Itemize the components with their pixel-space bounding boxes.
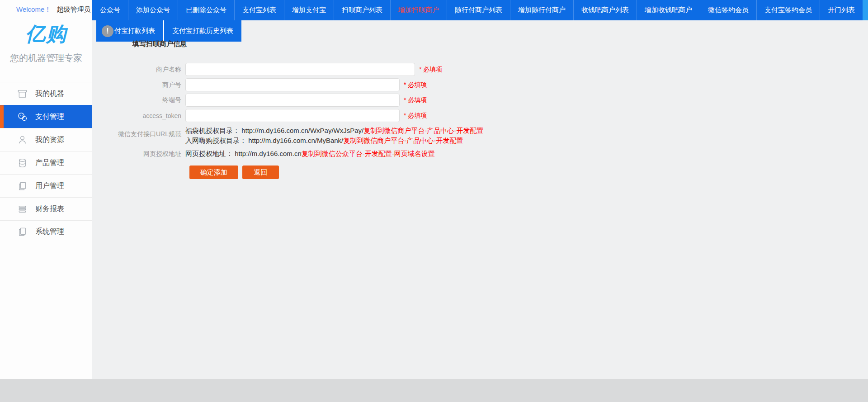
- url-lines: 福袋机授权目录： http://m.dy166.com.cn/WxPay/WxJ…: [185, 126, 483, 145]
- nav-item-add-saobei-merchant[interactable]: 增加扫呗商户: [390, 0, 447, 20]
- sidebar-item-user-management[interactable]: 用户管理: [0, 174, 92, 197]
- sidebar-item-label: 我的机器: [35, 89, 64, 99]
- sidebar-item-label: 系统管理: [35, 227, 64, 236]
- sidebar-item-payment-management[interactable]: 支付管理: [0, 105, 92, 128]
- url-text: 福袋机授权目录： http://m.dy166.com.cn/WxPay/WxJ…: [185, 127, 363, 134]
- form-row-access-token: access_token * 必填项: [92, 109, 868, 122]
- web-auth-label: 网页授权地址: [92, 150, 185, 158]
- merchant-form: 商户名称 * 必填项 商户号 * 必填项 终端号 * 必填项 access_to…: [92, 63, 868, 179]
- required-note: * 必填项: [404, 112, 427, 120]
- nav-item-add-shouqianba-merchant[interactable]: 增加收钱吧商户: [637, 0, 700, 20]
- brand-logo: 亿购: [0, 21, 92, 47]
- required-note: * 必填项: [419, 66, 442, 74]
- alert-badge-icon: !: [102, 25, 113, 37]
- form-row-merchant-name: 商户名称 * 必填项: [92, 63, 868, 76]
- merchant-name-input[interactable]: [185, 63, 415, 76]
- terminal-id-label: 终端号: [92, 96, 185, 104]
- sidebar-item-label: 我的资源: [35, 135, 64, 145]
- access-token-label: access_token: [92, 112, 185, 119]
- nav-item-add-suixingpay-merchant[interactable]: 增加随行付商户: [510, 0, 573, 20]
- user-icon: [17, 180, 28, 191]
- merchant-id-label: 商户号: [92, 81, 185, 89]
- sidebar-item-label: 产品管理: [35, 158, 64, 168]
- machine-icon: [17, 88, 28, 99]
- form-title: 填写扫呗商户信息: [132, 40, 187, 48]
- resource-icon: [17, 134, 28, 145]
- nav-item-suixingpay-merchant-list[interactable]: 随行付商户列表: [447, 0, 510, 20]
- sidebar-item-label: 财务报表: [35, 204, 64, 214]
- nav-item-saobei-merchant-list[interactable]: 扫呗商户列表: [334, 0, 390, 20]
- sidebar-item-label: 支付管理: [35, 112, 64, 122]
- nav-item-alipay-list[interactable]: 支付宝列表: [234, 0, 284, 20]
- payment-icon: [17, 111, 28, 122]
- welcome-text: Welcome！: [16, 5, 51, 13]
- brand-tagline: 您的机器管理专家: [0, 52, 92, 64]
- wechat-url-spec-label: 微信支付接口URL规范: [92, 126, 185, 145]
- product-icon: [17, 157, 28, 168]
- web-auth-row: 网页授权地址 网页授权地址： http://m.dy166.com.cn复制到微…: [92, 150, 868, 158]
- required-note: * 必填项: [404, 81, 427, 89]
- subtab-label: 支付宝打款历史列表: [172, 27, 233, 35]
- username: 超级管理员: [57, 5, 90, 13]
- copy-instruction: 复制到微信公众平台-开发配置-网页域名设置: [302, 150, 435, 158]
- url-text: 入网嗨购授权目录： http://m.dy166.com.cn/MyBank/: [185, 137, 343, 144]
- nav-item-official-accounts[interactable]: 公众号: [92, 0, 128, 20]
- page-bottom-strip: [0, 379, 868, 402]
- nav-item-alipay-signed-members[interactable]: 支付宝签约会员: [756, 0, 820, 20]
- required-note: * 必填项: [404, 96, 427, 104]
- access-token-input[interactable]: [185, 109, 400, 122]
- fudaiji-auth-directory-line: 福袋机授权目录： http://m.dy166.com.cn/WxPay/WxJ…: [185, 126, 483, 136]
- system-icon: [17, 227, 28, 237]
- top-navbar: 公众号 添加公众号 已删除公众号 支付宝列表 增加支付宝 扫呗商户列表 增加扫呗…: [92, 0, 868, 20]
- nav-item-wechat-signed-members[interactable]: 微信签约会员: [700, 0, 756, 20]
- wechat-url-spec-section: 微信支付接口URL规范 福袋机授权目录： http://m.dy166.com.…: [92, 126, 868, 145]
- sidebar-item-finance-reports[interactable]: 财务报表: [0, 197, 92, 220]
- subtab-label: 付宝打款列表: [114, 27, 155, 35]
- welcome-row: Welcome！ 超级管理员 退出: [0, 5, 92, 14]
- app-window: Welcome！ 超级管理员 退出 亿购 您的机器管理专家 我的机器 支付管理: [0, 0, 868, 379]
- sub-tabbar: ! 付宝打款列表 支付宝打款历史列表: [96, 20, 241, 42]
- tab-alipay-transfer-list[interactable]: ! 付宝打款列表: [96, 20, 163, 42]
- form-row-merchant-id: 商户号 * 必填项: [92, 78, 868, 91]
- sidebar-item-system-management[interactable]: 系统管理: [0, 220, 92, 243]
- terminal-id-input[interactable]: [185, 94, 400, 107]
- sidebar-item-my-resources[interactable]: 我的资源: [0, 128, 92, 151]
- sidebar-item-label: 用户管理: [35, 181, 64, 191]
- form-row-terminal-id: 终端号 * 必填项: [92, 94, 868, 107]
- nav-item-add-alipay[interactable]: 增加支付宝: [284, 0, 334, 20]
- web-auth-text: 网页授权地址： http://m.dy166.com.cn: [185, 150, 302, 158]
- back-button[interactable]: 返回: [242, 166, 279, 179]
- nav-item-door-list[interactable]: 开门列表: [820, 0, 863, 20]
- sidebar-menu: 我的机器 支付管理 我的资源 产品管理: [0, 82, 92, 243]
- main-area: 公众号 添加公众号 已删除公众号 支付宝列表 增加支付宝 扫呗商户列表 增加扫呗…: [92, 0, 868, 379]
- confirm-add-button[interactable]: 确定添加: [189, 166, 238, 179]
- sidebar: Welcome！ 超级管理员 退出 亿购 您的机器管理专家 我的机器 支付管理: [0, 0, 92, 379]
- sidebar-item-product-management[interactable]: 产品管理: [0, 151, 92, 174]
- brand: 亿购 您的机器管理专家: [0, 21, 92, 64]
- top-nav-items: 公众号 添加公众号 已删除公众号 支付宝列表 增加支付宝 扫呗商户列表 增加扫呗…: [92, 0, 863, 20]
- nav-item-add-official-account[interactable]: 添加公众号: [128, 0, 178, 20]
- copy-instruction: 复制到微信商户平台-产品中心-开发配置: [363, 127, 483, 134]
- merchant-name-label: 商户名称: [92, 66, 185, 74]
- ruwang-haigou-auth-directory-line: 入网嗨购授权目录： http://m.dy166.com.cn/MyBank/复…: [185, 136, 483, 146]
- button-row: 确定添加 返回: [189, 166, 868, 179]
- merchant-id-input[interactable]: [185, 78, 400, 91]
- sidebar-item-my-machines[interactable]: 我的机器: [0, 82, 92, 105]
- tab-alipay-transfer-history-list[interactable]: 支付宝打款历史列表: [164, 20, 241, 42]
- nav-item-shouqianba-merchant-list[interactable]: 收钱吧商户列表: [573, 0, 637, 20]
- nav-item-deleted-official-accounts[interactable]: 已删除公众号: [178, 0, 234, 20]
- copy-instruction: 复制到微信商户平台-产品中心-开发配置: [343, 137, 463, 144]
- finance-icon: [17, 203, 28, 214]
